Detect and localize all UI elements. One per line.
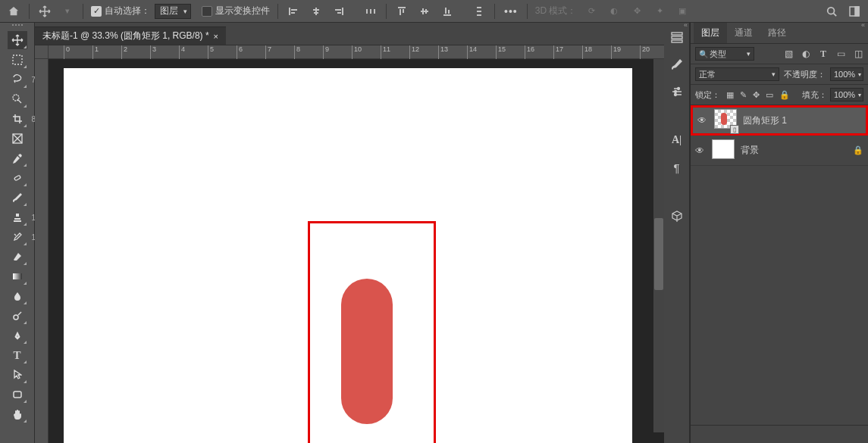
move-tool[interactable]	[8, 31, 27, 49]
auto-select-checkbox[interactable]: 自动选择：	[88, 5, 153, 17]
layer-row[interactable]: 👁 ▯ 圆角矩形 1	[691, 105, 868, 136]
blend-mode-dropdown[interactable]: 正常	[695, 67, 779, 81]
tab-layers[interactable]: 图层	[694, 23, 727, 43]
home-icon[interactable]	[3, 2, 24, 20]
grab-handle-icon[interactable]	[4, 24, 31, 29]
vector-mask-badge[interactable]: ▯	[730, 125, 739, 134]
3d-roll-icon: ◐	[603, 2, 625, 20]
show-transform-checkbox[interactable]: 显示变换控件	[199, 5, 273, 17]
adjustments-panel-icon[interactable]	[669, 83, 685, 100]
vertical-scrollbar[interactable]	[653, 59, 664, 432]
more-options-icon[interactable]: •••	[500, 5, 522, 17]
fill-label: 填充：	[802, 89, 827, 101]
search-icon[interactable]	[821, 2, 842, 20]
svg-rect-6	[342, 8, 343, 15]
close-icon[interactable]: ×	[214, 32, 218, 41]
eyedropper-tool[interactable]	[8, 149, 27, 167]
svg-rect-34	[672, 33, 682, 35]
dodge-tool[interactable]	[8, 307, 27, 325]
filter-kind-dropdown[interactable]: 类型	[695, 47, 754, 61]
move-tool-icon[interactable]	[34, 2, 55, 20]
canvas[interactable]	[49, 59, 664, 443]
layers-panel: 图层 通道 路径 类型 ▧ ◐ T ▭ ◫ 正常 不透明度： 100% 锁定： …	[690, 23, 868, 443]
hand-tool[interactable]	[8, 405, 27, 423]
distribute-v-icon[interactable]	[468, 2, 490, 20]
distribute-h-icon[interactable]	[360, 2, 381, 20]
svg-rect-26	[855, 7, 859, 16]
quick-select-tool[interactable]	[8, 90, 27, 108]
lock-pixels-icon[interactable]: ✎	[740, 90, 747, 100]
paragraph-panel-icon[interactable]: ¶	[669, 159, 685, 176]
history-panel-icon[interactable]	[669, 29, 685, 45]
ruler-origin[interactable]	[35, 45, 49, 59]
layer-name[interactable]: 背景	[741, 144, 759, 157]
filter-adjustment-icon[interactable]: ◐	[801, 48, 811, 60]
eraser-tool[interactable]	[8, 248, 27, 266]
align-center-h-icon[interactable]	[306, 2, 327, 20]
svg-rect-10	[370, 9, 371, 14]
svg-rect-3	[315, 8, 317, 15]
lock-transparent-icon[interactable]: ▦	[726, 90, 734, 100]
shape-tool[interactable]	[8, 385, 27, 404]
align-bottom-icon[interactable]	[437, 2, 458, 20]
tab-channels[interactable]: 通道	[727, 23, 760, 43]
path-select-tool[interactable]	[8, 366, 27, 384]
svg-rect-33	[14, 392, 21, 398]
ruler-tick: 15	[496, 45, 506, 59]
tab-bar: 未标题-1 @ 33.3% (圆角矩形 1, RGB/8) * ×	[0, 23, 664, 45]
layer-name[interactable]: 圆角矩形 1	[743, 114, 787, 127]
opacity-input[interactable]: 100%	[830, 67, 863, 81]
chevron-down-icon[interactable]: ▾	[57, 2, 78, 20]
lock-all-icon[interactable]: 🔒	[779, 90, 790, 100]
lock-position-icon[interactable]: ✥	[753, 90, 760, 100]
healing-tool[interactable]	[8, 169, 27, 187]
workspace-icon[interactable]	[844, 2, 865, 20]
align-left-icon[interactable]	[283, 2, 304, 20]
filter-shape-icon[interactable]: ▭	[835, 48, 846, 60]
layers-list: 👁 ▯ 圆角矩形 1 👁 背景 🔒	[691, 105, 868, 425]
3d-camera-icon: ▣	[672, 2, 693, 20]
history-brush-tool[interactable]: 1	[8, 228, 27, 246]
3d-panel-icon[interactable]	[669, 207, 685, 224]
document-tab[interactable]: 未标题-1 @ 33.3% (圆角矩形 1, RGB/8) * ×	[35, 27, 226, 45]
visibility-icon[interactable]: 👁	[695, 145, 706, 156]
ruler-tick: 10	[352, 45, 362, 59]
filter-smart-icon[interactable]: ◫	[853, 48, 863, 60]
svg-rect-13	[400, 9, 401, 15]
ruler-tick: 1	[92, 45, 99, 59]
layer-row[interactable]: 👁 背景 🔒	[691, 136, 868, 166]
align-right-icon[interactable]	[328, 2, 349, 20]
blur-tool[interactable]	[8, 287, 27, 305]
stamp-tool[interactable]: 1	[8, 208, 27, 226]
pen-tool[interactable]	[8, 326, 27, 345]
lasso-tool[interactable]: 7	[8, 70, 27, 89]
scrollbar-thumb[interactable]	[654, 218, 663, 290]
visibility-icon[interactable]: 👁	[697, 115, 708, 126]
svg-point-32	[14, 315, 18, 320]
ruler-horizontal[interactable]: 0123456789101112131415161718192021	[49, 45, 664, 59]
crop-tool[interactable]: 8	[8, 110, 27, 128]
ruler-tick: 7	[265, 45, 271, 59]
type-tool[interactable]: T	[8, 346, 27, 364]
filter-pixel-icon[interactable]: ▧	[783, 48, 794, 60]
brush-panel-icon[interactable]	[669, 56, 685, 73]
gradient-tool[interactable]	[8, 267, 27, 285]
brush-tool[interactable]	[8, 189, 27, 207]
marquee-tool[interactable]	[8, 51, 27, 69]
layer-thumbnail[interactable]	[712, 139, 735, 159]
align-top-icon[interactable]	[391, 2, 412, 20]
lock-artboard-icon[interactable]: ▭	[766, 90, 773, 100]
frame-tool[interactable]	[8, 129, 27, 148]
svg-rect-5	[314, 12, 318, 14]
filter-type-icon[interactable]: T	[818, 48, 829, 60]
auto-select-target-dropdown[interactable]: 图层	[155, 4, 191, 19]
panel-tabs: 图层 通道 路径	[691, 23, 868, 44]
tab-paths[interactable]: 路径	[760, 23, 794, 43]
character-panel-icon[interactable]: A|	[669, 132, 685, 148]
svg-rect-30	[14, 175, 20, 180]
lock-icon[interactable]: 🔒	[853, 145, 863, 155]
fill-input[interactable]: 100%	[830, 88, 863, 101]
ruler-vertical[interactable]	[35, 59, 49, 443]
align-center-v-icon[interactable]	[414, 2, 435, 20]
panel-footer	[691, 425, 868, 443]
